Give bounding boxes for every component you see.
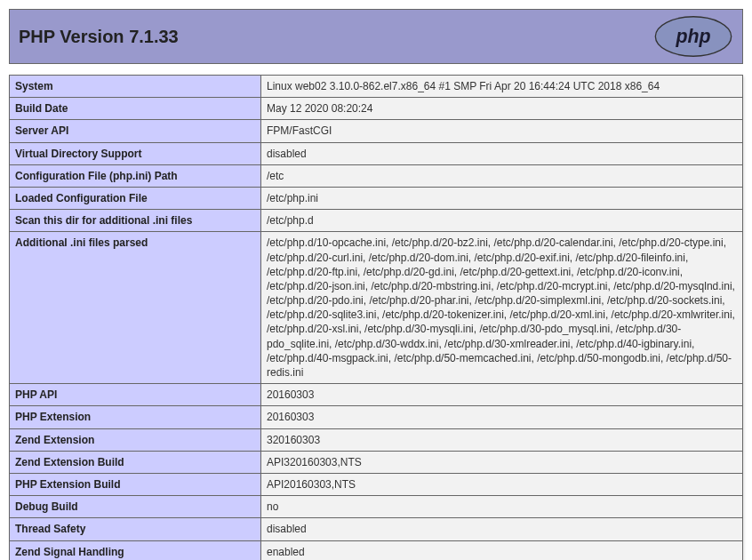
table-row: Debug Buildno xyxy=(10,496,743,518)
row-value: /etc/php.d/10-opcache.ini, /etc/php.d/20… xyxy=(261,232,743,384)
table-row: PHP Extension20160303 xyxy=(10,406,743,428)
svg-text:php: php xyxy=(675,26,710,47)
row-label: System xyxy=(10,76,261,98)
row-value: May 12 2020 08:20:24 xyxy=(261,98,743,120)
row-label: Build Date xyxy=(10,98,261,120)
table-row: Scan this dir for additional .ini files/… xyxy=(10,210,743,232)
row-label: Thread Safety xyxy=(10,518,261,540)
table-row: Build DateMay 12 2020 08:20:24 xyxy=(10,98,743,120)
row-value: /etc/php.d xyxy=(261,210,743,232)
table-row: Thread Safetydisabled xyxy=(10,518,743,540)
table-row: Zend Signal Handlingenabled xyxy=(10,540,743,560)
row-label: Configuration File (php.ini) Path xyxy=(10,164,261,187)
table-row: PHP Extension BuildAPI20160303,NTS xyxy=(10,473,743,495)
row-value: enabled xyxy=(261,540,743,560)
row-label: Loaded Configuration File xyxy=(10,187,261,209)
row-label: PHP API xyxy=(10,384,261,406)
header-bar: PHP Version 7.1.33 php xyxy=(9,9,743,64)
row-value: no xyxy=(261,496,743,518)
row-label: PHP Extension Build xyxy=(10,473,261,495)
row-value: Linux web02 3.10.0-862.el7.x86_64 #1 SMP… xyxy=(261,76,743,98)
page-title: PHP Version 7.1.33 xyxy=(19,27,179,47)
row-label: Scan this dir for additional .ini files xyxy=(10,210,261,232)
row-value: API320160303,NTS xyxy=(261,451,743,473)
row-label: Additional .ini files parsed xyxy=(10,232,261,384)
row-value: /etc/php.ini xyxy=(261,187,743,209)
row-label: Zend Signal Handling xyxy=(10,540,261,560)
table-row: Virtual Directory Supportdisabled xyxy=(10,142,743,164)
row-label: Debug Build xyxy=(10,496,261,518)
row-value: API20160303,NTS xyxy=(261,473,743,495)
row-value: disabled xyxy=(261,518,743,540)
row-value: 20160303 xyxy=(261,406,743,428)
row-value: 20160303 xyxy=(261,384,743,406)
table-row: Zend Extension BuildAPI320160303,NTS xyxy=(10,451,743,473)
row-label: Virtual Directory Support xyxy=(10,142,261,164)
table-row: SystemLinux web02 3.10.0-862.el7.x86_64 … xyxy=(10,76,743,98)
row-value: disabled xyxy=(261,142,743,164)
php-logo-icon: php xyxy=(653,15,733,58)
row-label: Zend Extension xyxy=(10,428,261,451)
row-value: 320160303 xyxy=(261,428,743,451)
row-label: Server API xyxy=(10,120,261,142)
row-label: PHP Extension xyxy=(10,406,261,428)
table-row: Zend Extension320160303 xyxy=(10,428,743,451)
table-row: Additional .ini files parsed/etc/php.d/1… xyxy=(10,232,743,384)
phpinfo-table: SystemLinux web02 3.10.0-862.el7.x86_64 … xyxy=(9,75,743,560)
table-row: Loaded Configuration File/etc/php.ini xyxy=(10,187,743,209)
table-row: Server APIFPM/FastCGI xyxy=(10,120,743,142)
row-value: /etc xyxy=(261,164,743,187)
table-row: Configuration File (php.ini) Path/etc xyxy=(10,164,743,187)
row-label: Zend Extension Build xyxy=(10,451,261,473)
row-value: FPM/FastCGI xyxy=(261,120,743,142)
table-row: PHP API20160303 xyxy=(10,384,743,406)
